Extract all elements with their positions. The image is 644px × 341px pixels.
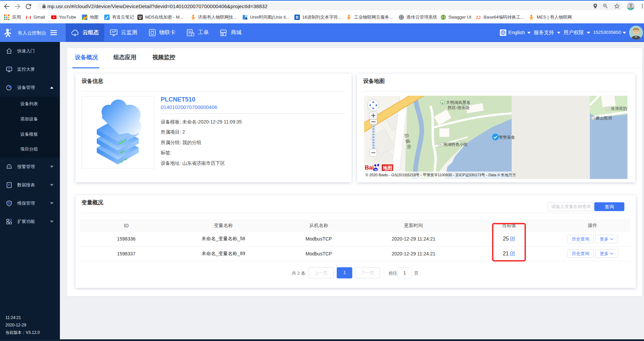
svg-text:胜区-游乐场: 胜区-游乐场 (448, 105, 469, 110)
svg-text:du: du (374, 168, 378, 171)
svg-text:J: J (478, 15, 481, 20)
svg-text:沧浪荷韵: 沧浪荷韵 (610, 106, 627, 111)
svg-text:蒙山雨润: 蒙山雨润 (596, 116, 612, 120)
svg-text:明湖特色小吃: 明湖特色小吃 (443, 142, 468, 147)
svg-text:地图: 地图 (382, 165, 392, 170)
svg-text:赞赞美食: 赞赞美食 (499, 135, 515, 140)
svg-text:大明湖风景名: 大明湖风景名 (446, 100, 470, 105)
svg-text:♣: ♣ (442, 101, 444, 105)
svg-text:B: B (296, 15, 298, 19)
svg-text:Bai: Bai (365, 164, 374, 171)
svg-text:© 2020 Baidu - GS(2019)5218号 -: © 2020 Baidu - GS(2019)5218号 - 甲测资字11009… (365, 173, 516, 177)
